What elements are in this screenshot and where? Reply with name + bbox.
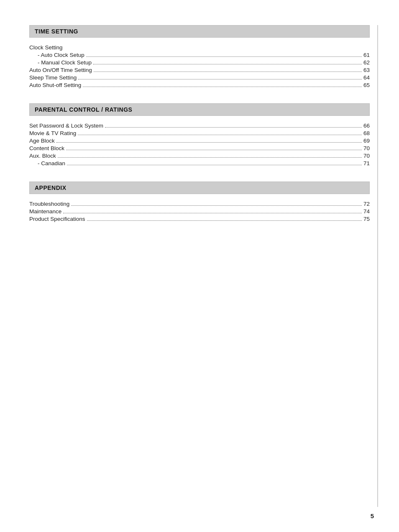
maintenance-page: 74: [363, 208, 370, 215]
troubleshooting-page: 72: [363, 201, 370, 207]
maintenance-label: Maintenance: [29, 208, 61, 215]
time-setting-title: TIME SETTING: [35, 28, 78, 35]
sleep-time-entry: Sleep Time Setting 64: [29, 74, 370, 81]
right-vertical-line: [377, 25, 378, 507]
product-specs-label: Product Specifications: [29, 216, 85, 222]
set-password-label: Set Password & Lock System: [29, 123, 103, 129]
auto-onoff-entry: Auto On/Off Time Setting 63: [29, 67, 370, 73]
auto-shutoff-page: 65: [363, 82, 370, 88]
age-block-page: 69: [363, 138, 370, 144]
canadian-entry: - Canadian 71: [38, 160, 370, 166]
sleep-time-page: 64: [363, 74, 370, 81]
manual-clock-setup-dots: [93, 64, 362, 64]
maintenance-entry: Maintenance 74: [29, 208, 370, 215]
product-specs-entry: Product Specifications 75: [29, 216, 370, 222]
manual-clock-setup-page: 62: [363, 59, 370, 66]
parental-control-header: PARENTAL CONTROL / RATINGS: [29, 103, 370, 116]
canadian-dots: [67, 165, 362, 165]
troubleshooting-entry: Troubleshooting 72: [29, 201, 370, 207]
appendix-title: APPENDIX: [35, 184, 66, 191]
content-block-dots: [66, 150, 362, 150]
set-password-page: 66: [363, 123, 370, 129]
appendix-header: APPENDIX: [29, 182, 370, 194]
canadian-page: 71: [363, 160, 370, 166]
content-block-page: 70: [363, 145, 370, 151]
auto-shutoff-dots: [83, 87, 362, 87]
content-block-label: Content Block: [29, 145, 64, 151]
auto-shutoff-label: Auto Shut-off Setting: [29, 82, 81, 88]
sleep-time-label: Sleep Time Setting: [29, 74, 77, 81]
canadian-label: - Canadian: [38, 160, 65, 166]
aux-block-entry: Aux. Block 70: [29, 153, 370, 159]
movie-tv-rating-entry: Movie & TV Rating 68: [29, 130, 370, 136]
product-specs-page: 75: [363, 216, 370, 222]
appendix-section: APPENDIX Troubleshooting 72 Maintenance …: [29, 182, 370, 222]
parental-control-title: PARENTAL CONTROL / RATINGS: [35, 106, 132, 113]
age-block-entry: Age Block 69: [29, 138, 370, 144]
auto-onoff-label: Auto On/Off Time Setting: [29, 67, 92, 73]
time-setting-header: TIME SETTING: [29, 25, 370, 38]
sleep-time-dots: [78, 79, 362, 79]
parental-control-section: PARENTAL CONTROL / RATINGS Set Password …: [29, 103, 370, 166]
clock-setting-label: Clock Setting: [29, 44, 63, 51]
movie-tv-rating-dots: [78, 135, 362, 135]
auto-clock-setup-entry: - Auto Clock Setup 61: [38, 52, 370, 58]
time-setting-section: TIME SETTING Clock Setting - Auto Clock …: [29, 25, 370, 88]
set-password-dots: [105, 127, 362, 128]
auto-onoff-dots: [94, 72, 362, 72]
movie-tv-rating-page: 68: [363, 130, 370, 136]
maintenance-dots: [63, 213, 362, 213]
product-specs-dots: [87, 220, 362, 221]
age-block-label: Age Block: [29, 138, 55, 144]
troubleshooting-dots: [71, 205, 362, 206]
auto-clock-setup-page: 61: [363, 52, 370, 58]
content-block-entry: Content Block 70: [29, 145, 370, 151]
aux-block-page: 70: [363, 153, 370, 159]
manual-clock-setup-entry: - Manual Clock Setup 62: [38, 59, 370, 66]
clock-setting-group: Clock Setting: [29, 44, 370, 51]
page-number: 5: [371, 512, 374, 519]
age-block-dots: [56, 142, 362, 143]
aux-block-dots: [58, 157, 362, 158]
auto-onoff-page: 63: [363, 67, 370, 73]
auto-shutoff-entry: Auto Shut-off Setting 65: [29, 82, 370, 88]
aux-block-label: Aux. Block: [29, 153, 56, 159]
page-content: TIME SETTING Clock Setting - Auto Clock …: [0, 0, 399, 262]
troubleshooting-label: Troubleshooting: [29, 201, 69, 207]
manual-clock-setup-label: - Manual Clock Setup: [38, 59, 92, 66]
movie-tv-rating-label: Movie & TV Rating: [29, 130, 76, 136]
auto-clock-setup-dots: [86, 56, 362, 57]
set-password-entry: Set Password & Lock System 66: [29, 123, 370, 129]
auto-clock-setup-label: - Auto Clock Setup: [38, 52, 84, 58]
